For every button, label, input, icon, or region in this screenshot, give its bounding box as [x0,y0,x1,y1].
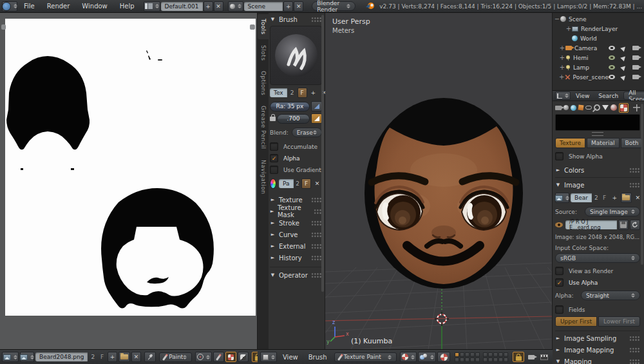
panel-drag-handle[interactable] [311,273,322,278]
image-fake-user-button[interactable]: F [98,352,106,362]
external-panel-header[interactable]: ►External [270,241,322,251]
visibility-toggle[interactable] [609,75,615,79]
scene-delete-button[interactable]: ✕ [294,1,303,12]
brush-preview[interactable] [270,26,322,85]
radius-pressure-toggle[interactable] [311,101,322,111]
brush-name-field[interactable]: Tex [270,88,287,97]
constraints-tab-icon[interactable] [585,106,592,110]
properties-scrollbar[interactable] [641,104,643,265]
pack-image-icon[interactable] [555,222,563,227]
panel-drag-handle[interactable] [311,220,322,226]
screen-layout-name-field[interactable]: Default.001 [161,2,203,11]
panel-drag-handle[interactable] [629,336,640,341]
image-new-button[interactable]: + [610,193,620,203]
outliner-row-world[interactable]: World [554,34,644,43]
renderability-toggle[interactable] [632,46,639,50]
outliner-row-scene[interactable]: − Scene [554,14,644,24]
brush-fake-user-button[interactable]: F [298,88,307,98]
lower-first-button[interactable]: Lower First [598,316,640,327]
tab-slots[interactable]: Slots [258,41,269,65]
colors-panel-header[interactable]: ►Colors [555,165,640,175]
scene-browse-icon[interactable] [228,1,243,12]
accumulate-checkbox[interactable] [270,142,278,151]
proportional-edit-select[interactable] [418,352,436,362]
texture-preview[interactable] [555,114,640,131]
show-both-button[interactable]: Both [621,138,643,148]
panel-drag-handle[interactable] [311,255,322,261]
visibility-toggle[interactable] [609,55,615,60]
pin-button[interactable] [144,352,156,362]
renderability-toggle[interactable] [632,75,639,79]
image-fake-user-button[interactable]: F [601,193,609,203]
panel-drag-handle[interactable] [311,17,322,23]
tool-shelf-scrollbar[interactable] [321,15,324,292]
menu-file[interactable]: File [18,3,41,10]
editor-type-button[interactable] [2,352,19,362]
area-corner-handle[interactable] [250,24,255,30]
palette-name-field[interactable]: Pa [279,179,294,188]
mapping-panel-header[interactable]: ▼Mapping [555,356,640,364]
uv-canvas[interactable] [0,13,257,349]
outliner-row-renderlayer[interactable]: + RenderLayer [554,24,644,34]
curve-panel-header[interactable]: ►Curve [270,229,322,240]
collapse-toggle[interactable]: − [554,15,560,23]
expand-toggle[interactable]: + [565,25,572,32]
interaction-mode-select[interactable]: Texture Paint [334,352,397,362]
draw-texture-toggle[interactable] [225,352,236,362]
image-panel-header[interactable]: ▼Image [555,180,640,190]
snap-select[interactable] [437,352,450,362]
view3d-menu-view[interactable]: View [278,354,303,361]
expand-toggle[interactable]: + [559,54,565,61]
view-as-render-checkbox[interactable] [555,267,564,275]
draw-slope-toggle[interactable] [238,352,249,362]
brush-strength-slider[interactable]: .700 [277,114,310,124]
show-alpha-checkbox[interactable] [555,152,564,160]
image-name-field[interactable]: Beard2048.png [35,352,88,361]
image-open-button[interactable] [621,193,632,203]
tab-tools[interactable]: Tools [258,14,269,39]
outliner-row-camera[interactable]: + Camera [554,43,644,53]
palette-users[interactable]: 2 [296,180,299,187]
uv-image-editor[interactable] [0,13,258,349]
image-name-field[interactable]: Bear [571,193,592,202]
history-panel-header[interactable]: ►History [270,253,322,263]
data-tab-icon[interactable] [602,105,609,110]
image-browse-button[interactable] [555,193,569,203]
panel-drag-handle[interactable] [311,197,322,203]
character-head[interactable] [365,98,523,289]
pivot-point-select[interactable] [400,352,417,362]
expand-toggle[interactable]: + [559,44,565,52]
alpha-mode-select[interactable]: Straight [581,291,640,300]
render-engine-select[interactable]: Blender Render [312,1,355,11]
scene-name-field[interactable]: Scene [244,2,283,11]
outliner-row-hemi[interactable]: + Hemi [554,53,644,62]
selectability-toggle[interactable] [620,73,627,81]
filepath-field[interactable]: /P R O J E...eard.png [565,220,617,229]
outliner-row-poser-scene[interactable]: + Poser_scene [554,72,644,82]
pivot-select[interactable] [195,352,212,362]
layer-grid-1[interactable] [455,352,480,362]
panel-drag-handle[interactable] [629,359,640,364]
file-browse-button[interactable] [618,220,629,230]
scene-tab-icon[interactable] [564,105,569,110]
image-mapping-panel-header[interactable]: ►Image Mapping [555,345,640,355]
screen-layout-icon[interactable] [144,1,160,12]
object-tab-icon[interactable] [578,104,583,110]
render-tab-icon[interactable] [555,106,562,110]
expand-toggle[interactable]: + [559,64,565,71]
renderability-toggle[interactable] [632,55,639,60]
renderability-toggle[interactable] [632,65,639,70]
color-wheel-swatch[interactable] [270,178,276,189]
area-corner-handle[interactable] [1,24,6,30]
image-sampling-panel-header[interactable]: ►Image Sampling [555,333,640,343]
image-users-button[interactable]: 2 [594,195,598,201]
draw-paint-toggle[interactable] [213,352,224,362]
tab-grease-pencil[interactable]: Grease Pencil [258,101,269,153]
image-browse-button[interactable] [20,352,34,362]
menu-window[interactable]: Window [76,3,113,10]
outliner-menu-view[interactable]: View [572,93,593,99]
palette-unlink-button[interactable]: ✕ [312,178,322,189]
outliner-row-lamp[interactable]: + Lamp [554,62,644,72]
operator-panel-header[interactable]: ▼Operator [270,270,322,280]
view3d-menu-brush[interactable]: Brush [304,354,332,361]
